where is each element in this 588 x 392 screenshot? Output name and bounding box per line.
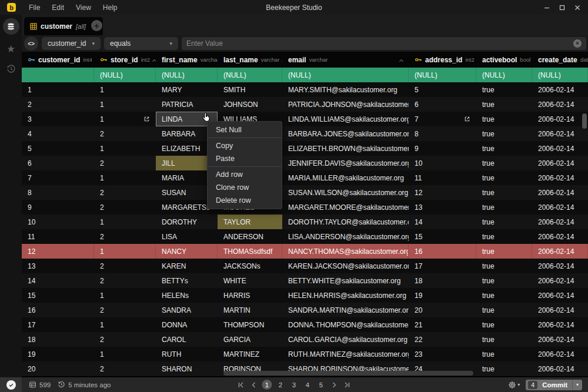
table-cell[interactable]: true [476,156,532,170]
page-button-1[interactable]: 1 [262,380,272,390]
table-cell[interactable]: 2006-02-14 [532,185,588,200]
table-cell[interactable]: 7 [22,170,94,185]
table-cell[interactable]: true [476,273,532,288]
table-cell[interactable]: 1 [94,97,156,112]
table-cell[interactable]: 22 [409,332,476,347]
table-cell[interactable]: 8 [22,185,94,200]
table-cell[interactable]: BETTY.WHITE@sakilacustomer.org [282,273,409,288]
null-cell[interactable]: (NULL) [409,68,476,82]
table-cell[interactable]: 15 [409,229,476,244]
table-cell[interactable]: HELEN.HARRIS@sakilacustomer.org [282,288,409,303]
table-cell[interactable]: JENNIFER.DAVIS@sakilacustomer.org [282,156,409,170]
table-cell[interactable]: JOHNSON [218,97,282,112]
table-cell[interactable]: WHITE [218,273,282,288]
sql-toggle-button[interactable]: <> [24,36,38,51]
table-cell[interactable]: 14 [409,215,476,229]
table-cell[interactable]: 1 [22,82,94,97]
table-cell[interactable]: 2006-02-14 [532,273,588,288]
table-cell[interactable]: 7 [409,112,476,126]
page-button-3[interactable]: 3 [289,380,299,390]
table-cell[interactable]: 1 [94,317,156,332]
table-cell[interactable]: true [476,259,532,273]
table-cell[interactable]: true [476,97,532,112]
table-cell[interactable]: 1 [94,288,156,303]
page-button-4[interactable]: 4 [303,380,313,390]
table-cell[interactable]: 20 [22,361,94,376]
table-cell[interactable]: 2 [94,303,156,317]
table-cell[interactable]: 2 [22,97,94,112]
page-button-5[interactable]: 5 [316,380,326,390]
table-cell[interactable]: 2006-02-14 [532,170,588,185]
table-cell[interactable]: MARY [156,82,218,97]
table-cell[interactable]: 13 [409,200,476,215]
table-cell[interactable]: KAREN.JACKSON@sakilacustomer.org [282,259,409,273]
table-cell[interactable]: 2006-02-14 [532,141,588,156]
commit-options-icon[interactable]: ▾ [573,382,582,387]
table-cell[interactable]: 19 [22,347,94,361]
previous-page-button[interactable] [249,380,259,390]
table-cell[interactable]: 17 [409,259,476,273]
table-cell[interactable]: LISA [156,229,218,244]
page-button-2[interactable]: 2 [276,380,286,390]
table-cell[interactable]: 10 [409,156,476,170]
table-cell[interactable]: LINDA.WILLIAMS@sakilacustomer.org [282,112,409,126]
table-cell[interactable]: 2006-02-14 [532,244,588,259]
table-cell[interactable]: true [476,170,532,185]
table-cell[interactable]: GARCIA [218,332,282,347]
close-window-button[interactable] [574,4,581,11]
table-cell[interactable]: 11 [409,170,476,185]
favorites-nav-button[interactable]: ★ [6,43,15,55]
table-cell[interactable]: 2006-02-14 [532,259,588,273]
last-page-button[interactable] [343,380,352,390]
table-cell[interactable]: ELIZABETH.BROWN@sakilacustomer.org [282,141,409,156]
table-cell[interactable]: 17 [22,317,94,332]
table-cell[interactable]: true [476,126,532,141]
table-cell[interactable]: 2006-02-14 [532,156,588,170]
vertical-scrollbar[interactable] [582,113,587,129]
table-cell[interactable]: true [476,347,532,361]
table-cell[interactable]: KAREN [156,259,218,273]
table-cell[interactable]: 1 [94,82,156,97]
table-cell[interactable]: DONNA [156,317,218,332]
table-cell[interactable]: MARTIN [218,303,282,317]
table-cell[interactable]: 2006-02-14 [532,303,588,317]
table-cell[interactable]: THOMPSON [218,317,282,332]
table-cell[interactable]: 2006-02-14 [532,288,588,303]
table-cell[interactable]: true [476,82,532,97]
history-nav-button[interactable] [6,64,16,74]
table-cell[interactable]: 2006-02-14 [532,215,588,229]
table-cell[interactable]: 12 [409,185,476,200]
table-cell[interactable]: 15 [22,288,94,303]
table-cell[interactable]: THOMASsdfsdf [218,244,282,259]
table-cell[interactable]: true [476,112,532,126]
table-cell[interactable]: NANCY.THOMAS@sakilacustomer.org [282,244,409,259]
table-cell[interactable]: DONNA.THOMPSON@sakilacustomer.org [282,317,409,332]
table-cell[interactable]: 2006-02-14 [532,332,588,347]
null-cell[interactable]: (NULL) [156,68,218,82]
column-header-last_name[interactable]: last_namevarchar [218,52,282,68]
null-cell[interactable]: (NULL) [94,68,156,82]
table-cell[interactable]: true [476,244,532,259]
menu-view[interactable]: View [76,4,91,12]
table-cell[interactable]: true [476,229,532,244]
filter-value-input[interactable]: Enter Value × [182,37,586,50]
table-cell[interactable]: 5 [409,82,476,97]
table-cell[interactable]: NANCY [156,244,218,259]
table-cell[interactable]: true [476,361,532,376]
table-cell[interactable]: 18 [409,273,476,288]
table-cell[interactable]: 23 [409,347,476,361]
table-cell[interactable]: 2006-02-14 [532,229,588,244]
table-cell[interactable]: 1 [94,244,156,259]
table-cell[interactable]: RUTH [156,347,218,361]
table-cell[interactable]: MARTINEZ [218,347,282,361]
table-cell[interactable]: 1 [94,141,156,156]
table-cell[interactable]: CAROL.GARCIA@sakilacustomer.org [282,332,409,347]
table-cell[interactable]: true [476,185,532,200]
table-cell[interactable]: 2006-02-14 [532,112,588,126]
table-cell[interactable]: 1 [94,215,156,229]
maximize-button[interactable] [559,4,566,11]
table-cell[interactable]: 1 [94,347,156,361]
null-cell[interactable] [22,68,94,82]
table-cell[interactable]: 6 [22,156,94,170]
null-cell[interactable]: (NULL) [282,68,409,82]
